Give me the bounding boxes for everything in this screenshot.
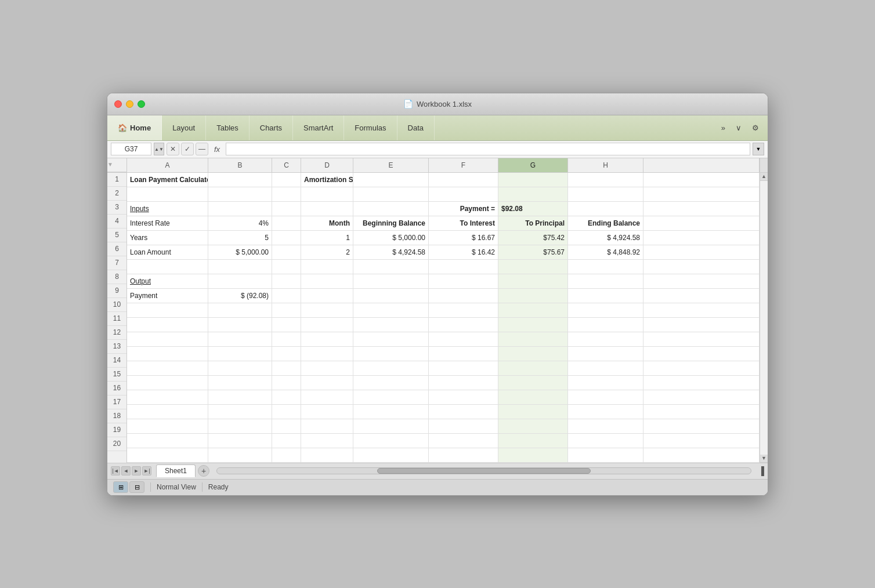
col-header-b[interactable]: B <box>208 158 272 172</box>
col-header-f[interactable]: F <box>429 158 498 172</box>
row-header-1[interactable]: 1 <box>107 173 126 187</box>
col-header-d[interactable]: D <box>301 158 353 172</box>
cell-b4[interactable]: 4% <box>208 216 272 230</box>
cell-h10[interactable] <box>568 303 643 317</box>
cell-b10[interactable] <box>208 303 272 317</box>
tab-layout[interactable]: Layout <box>162 115 206 140</box>
tab-data[interactable]: Data <box>397 115 435 140</box>
cell-a9[interactable]: Payment <box>127 289 208 303</box>
horizontal-scrollbar[interactable] <box>216 467 751 474</box>
cell-c6[interactable] <box>272 245 301 259</box>
cell-d9[interactable] <box>301 289 353 303</box>
scroll-down-arrow[interactable]: ▼ <box>760 455 768 463</box>
cell-e3[interactable] <box>353 202 429 216</box>
col-header-a[interactable]: A <box>127 158 208 172</box>
cell-d10[interactable] <box>301 303 353 317</box>
cell-h11[interactable] <box>568 318 643 332</box>
cell-extra-8[interactable] <box>643 274 760 288</box>
cell-reference-box[interactable]: G37 <box>111 143 151 155</box>
row-header-2[interactable]: 2 <box>107 187 126 201</box>
cell-g1[interactable] <box>498 173 568 187</box>
scrollbar-track[interactable] <box>760 181 768 455</box>
cell-b11[interactable] <box>208 318 272 332</box>
cell-c2[interactable] <box>272 187 301 201</box>
row-header-13[interactable]: 13 <box>107 340 126 354</box>
row-header-10[interactable]: 10 <box>107 298 126 312</box>
cell-f5[interactable]: $ 16.67 <box>429 231 498 245</box>
cell-f10[interactable] <box>429 303 498 317</box>
cell-b8[interactable] <box>208 274 272 288</box>
tab-formulas[interactable]: Formulas <box>344 115 397 140</box>
cell-c1[interactable] <box>272 173 301 187</box>
sheet-nav-last[interactable]: ►| <box>142 466 151 476</box>
formula-dropdown-btn[interactable]: ▼ <box>753 143 764 155</box>
normal-view-btn[interactable]: ⊞ <box>113 481 128 493</box>
vertical-scrollbar[interactable]: ▲ ▼ <box>760 173 768 463</box>
cell-g6[interactable]: $75.67 <box>498 245 568 259</box>
cell-extra-1[interactable] <box>643 173 760 187</box>
cell-a1[interactable]: Loan Payment Calculator <box>127 173 208 187</box>
cell-c10[interactable] <box>272 303 301 317</box>
cell-f3[interactable]: Payment = <box>429 202 498 216</box>
cell-f8[interactable] <box>429 274 498 288</box>
layout-view-btn[interactable]: ⊟ <box>129 481 144 493</box>
confirm-formula-btn[interactable]: ✓ <box>181 143 194 155</box>
cell-f1[interactable] <box>429 173 498 187</box>
cell-e8[interactable] <box>353 274 429 288</box>
cell-h3[interactable] <box>568 202 643 216</box>
cell-f6[interactable]: $ 16.42 <box>429 245 498 259</box>
row-header-3[interactable]: 3 <box>107 201 126 215</box>
cell-g8[interactable] <box>498 274 568 288</box>
row-header-12[interactable]: 12 <box>107 326 126 340</box>
row-header-18[interactable]: 18 <box>107 409 126 423</box>
row-header-17[interactable]: 17 <box>107 395 126 409</box>
col-header-c[interactable]: C <box>272 158 301 172</box>
cell-h5[interactable]: $ 4,924.58 <box>568 231 643 245</box>
cell-b2[interactable] <box>208 187 272 201</box>
ribbon-chevron-btn[interactable]: ∨ <box>732 122 746 134</box>
cell-d6[interactable]: 2 <box>301 245 353 259</box>
close-button[interactable] <box>114 100 122 108</box>
cell-g4[interactable]: To Principal <box>498 216 568 230</box>
cell-e6[interactable]: $ 4,924.58 <box>353 245 429 259</box>
col-header-g[interactable]: G <box>498 158 568 172</box>
cancel-formula-btn[interactable]: ✕ <box>167 143 179 155</box>
cell-a7[interactable] <box>127 260 208 274</box>
row-header-8[interactable]: 8 <box>107 270 126 284</box>
cell-g5[interactable]: $75.42 <box>498 231 568 245</box>
cell-c5[interactable] <box>272 231 301 245</box>
cell-h6[interactable]: $ 4,848.92 <box>568 245 643 259</box>
row-header-15[interactable]: 15 <box>107 368 126 382</box>
row-header-19[interactable]: 19 <box>107 423 126 437</box>
ribbon-gear-btn[interactable]: ⚙ <box>748 122 763 134</box>
cell-g9[interactable] <box>498 289 568 303</box>
cell-h4[interactable]: Ending Balance <box>568 216 643 230</box>
tab-smartart[interactable]: SmartArt <box>293 115 344 140</box>
cell-d11[interactable] <box>301 318 353 332</box>
sheet-nav-first[interactable]: |◄ <box>111 466 120 476</box>
row-header-16[interactable]: 16 <box>107 382 126 395</box>
cell-h7[interactable] <box>568 260 643 274</box>
row-header-14[interactable]: 14 <box>107 354 126 368</box>
col-header-h[interactable]: H <box>568 158 643 172</box>
cell-e1[interactable] <box>353 173 429 187</box>
cell-a2[interactable] <box>127 187 208 201</box>
cell-extra-3[interactable] <box>643 202 760 216</box>
ribbon-overflow-btn[interactable]: » <box>717 122 729 134</box>
cell-b7[interactable] <box>208 260 272 274</box>
cell-e5[interactable]: $ 5,000.00 <box>353 231 429 245</box>
sheet-nav-prev[interactable]: ◄ <box>121 466 131 476</box>
cell-d4[interactable]: Month <box>301 216 353 230</box>
cell-c4[interactable] <box>272 216 301 230</box>
sheet-nav-next[interactable]: ► <box>132 466 141 476</box>
cell-c3[interactable] <box>272 202 301 216</box>
row-header-6[interactable]: 6 <box>107 242 126 256</box>
cell-c7[interactable] <box>272 260 301 274</box>
cell-f2[interactable] <box>429 187 498 201</box>
cell-a8[interactable]: Output <box>127 274 208 288</box>
cell-extra-10[interactable] <box>643 303 760 317</box>
cell-extra-4[interactable] <box>643 216 760 230</box>
cell-d3[interactable] <box>301 202 353 216</box>
cell-f7[interactable] <box>429 260 498 274</box>
cell-d5[interactable]: 1 <box>301 231 353 245</box>
